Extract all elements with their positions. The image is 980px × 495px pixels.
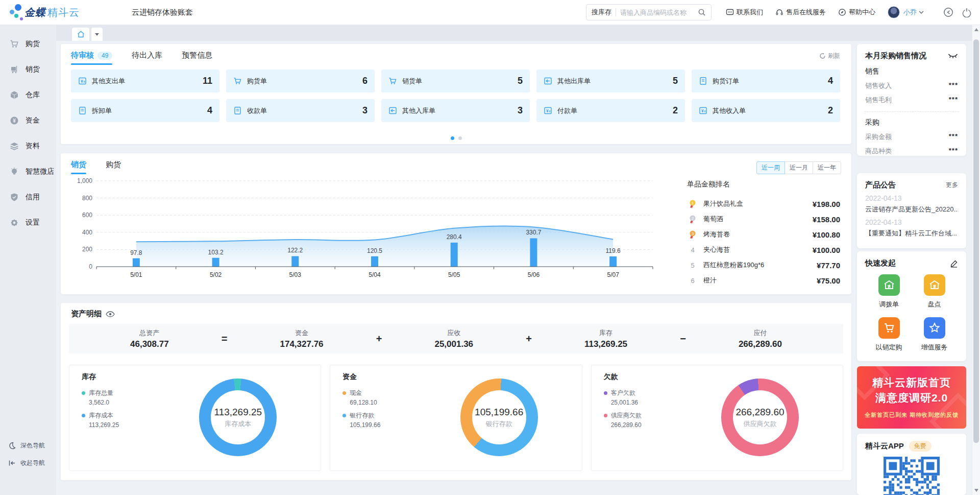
ranking-row[interactable]: 1 果汁饮品礼盒¥198.00 — [687, 196, 840, 211]
ranking-row[interactable]: 2 葡萄酒¥158.00 — [687, 211, 840, 227]
search-scope-label[interactable]: 搜库存 — [592, 8, 611, 17]
scroll-down-arrow[interactable] — [974, 489, 978, 492]
todo-card-purchase-order[interactable]: 购货单6 — [226, 69, 375, 92]
yuan-coin-icon: ¥ — [10, 116, 19, 125]
stocktake-icon — [928, 279, 941, 291]
sidebar-item-data[interactable]: 资料 — [0, 133, 56, 159]
workspace-tabstrip — [56, 25, 980, 41]
brand-logo[interactable]: 金蝶 精斗云 — [9, 4, 96, 21]
tab-purchase[interactable]: 购货 — [106, 160, 121, 174]
chevron-down-icon — [919, 10, 924, 14]
eye-icon[interactable] — [106, 311, 115, 318]
inventory-search[interactable]: 搜库存 — [586, 4, 712, 20]
announcement-item[interactable]: 2022-04-13 云进销存产品更新公告_20220... — [857, 190, 966, 214]
sidebar-item-settings[interactable]: 设置 — [0, 210, 56, 235]
scroll-thumb[interactable] — [973, 39, 979, 443]
debt-donut-chart[interactable]: 266,289.60供应商欠款 — [721, 379, 799, 456]
tab-pending-inout[interactable]: 待出入库 — [132, 51, 162, 65]
range-month[interactable]: 近一月 — [785, 161, 813, 174]
todo-card-purchase-request[interactable]: 购货订单4 — [692, 69, 840, 92]
sidebar-item-credit[interactable]: 信用 — [0, 184, 56, 210]
tab-sales[interactable]: 销货 — [71, 160, 86, 174]
todo-card-other-income[interactable]: 其他收入单2 — [692, 99, 840, 122]
announcement-item[interactable]: 2022-04-13 【重要通知】精斗云工作台域... — [857, 214, 966, 238]
tab-list-dropdown[interactable] — [91, 28, 103, 41]
todo-card-other-inbound[interactable]: 其他入库单3 — [381, 99, 530, 122]
back-circle-icon — [943, 7, 953, 17]
todo-card-receipt[interactable]: 收款单3 — [226, 99, 375, 122]
quick-action-stocktake[interactable]: 盘点 — [912, 274, 957, 309]
ranking-row[interactable]: 4 夹心海苔¥100.00 — [687, 242, 840, 257]
svg-text:103.2: 103.2 — [208, 249, 224, 256]
sidebar-item-smart-store[interactable]: 智慧微店 — [0, 159, 56, 184]
doc-icon — [699, 77, 707, 85]
quick-action-value-added[interactable]: 增值服务 — [912, 317, 957, 352]
carousel-dots — [61, 136, 851, 140]
home-tab[interactable] — [72, 28, 89, 41]
todo-card-sales-order[interactable]: 销货单5 — [381, 69, 530, 92]
pencil-icon[interactable] — [950, 260, 958, 268]
cart-plus-icon — [233, 77, 242, 85]
todo-card-other-expense[interactable]: 其他支出单11 — [71, 69, 219, 92]
svg-text:97.8: 97.8 — [130, 249, 142, 256]
survey-banner[interactable]: 精斗云新版首页 满意度调研2.0 全新首页已到来 期待收到您的反馈 — [857, 366, 966, 429]
todo-cards: 其他支出单11 购货单6 销货单5 其他出库单5 购货订单4 拆卸单4 收款单3… — [61, 65, 851, 122]
carousel-dot-1[interactable] — [451, 136, 454, 140]
collapse-icon — [8, 459, 16, 467]
ranking-row[interactable]: 3 烤海苔卷¥100.80 — [687, 227, 840, 242]
scroll-up-arrow[interactable] — [974, 28, 978, 31]
svg-text:0: 0 — [89, 263, 92, 270]
after-sales-service-link[interactable]: 售后在线服务 — [775, 8, 826, 17]
layers-icon — [10, 142, 19, 151]
funds-donut-chart[interactable]: 105,199.66银行存款 — [460, 379, 538, 456]
sidebar-item-purchase[interactable]: 购货 — [0, 31, 56, 57]
inventory-donut-panel: 库存 库存总量3,562.0 库存成本113,269.25 113,269.25… — [69, 365, 321, 471]
user-menu[interactable]: 小乔 — [888, 6, 924, 18]
dark-nav-toggle[interactable]: 深色导航 — [0, 441, 56, 450]
search-icon[interactable] — [698, 8, 706, 16]
silver-medal-icon: 2 — [687, 215, 698, 224]
todo-card-disassembly[interactable]: 拆卸单4 — [71, 99, 219, 122]
tab-alerts[interactable]: 预警信息 — [182, 51, 212, 65]
sidebar-item-warehouse[interactable]: 仓库 — [0, 82, 56, 108]
ranking-row[interactable]: 6 橙汁¥75.00 — [687, 273, 840, 288]
gear-icon — [10, 218, 19, 227]
contact-us-link[interactable]: 联系我们 — [726, 8, 763, 17]
doc-hash-icon — [78, 106, 87, 115]
collapse-nav-toggle[interactable]: 收起导航 — [0, 459, 56, 467]
search-input[interactable] — [620, 9, 698, 16]
more-link[interactable]: 更多 — [946, 181, 958, 190]
closed-eye-icon[interactable] — [948, 53, 958, 59]
todo-card-other-outbound[interactable]: 其他出库单5 — [536, 69, 685, 92]
quick-action-transfer[interactable]: 调拨单 — [866, 274, 912, 309]
sidebar-item-funds[interactable]: ¥ 资金 — [0, 108, 56, 133]
inventory-donut-chart[interactable]: 113,269.25库存成本 — [199, 379, 277, 456]
carousel-dot-2[interactable] — [458, 136, 462, 140]
back-button[interactable] — [943, 7, 953, 17]
page-scrollbar[interactable] — [972, 25, 980, 495]
caret-down-icon — [95, 33, 99, 36]
logout-button[interactable] — [962, 7, 972, 17]
todo-card-payment[interactable]: 付款单2 — [536, 99, 685, 122]
tab-pending-approval[interactable]: 待审核49 — [71, 51, 112, 65]
range-week[interactable]: 近一周 — [756, 161, 785, 174]
refresh-button[interactable]: 刷新 — [819, 52, 840, 60]
yuan-in-icon — [699, 106, 707, 115]
minus-sign: − — [680, 333, 686, 345]
announcements-panel: 产品公告 更多 2022-04-13 云进销存产品更新公告_20220... 2… — [857, 173, 966, 248]
avatar[interactable] — [888, 6, 900, 18]
product-kinds-row: 商品种类*** — [857, 142, 966, 156]
quick-actions-panel: 快速发起 调拨单 盘点 以销定购 增值服务 — [857, 251, 966, 361]
trend-chart[interactable]: 02004006008001,00097.8103.2122.2120.5280… — [70, 176, 672, 288]
sidebar-item-sales[interactable]: 销货 — [0, 57, 56, 82]
ranking-row[interactable]: 5 西红柿意粉酱190g*6¥77.70 — [687, 257, 840, 273]
eq-total-assets: 总资产46,308.77 — [130, 328, 169, 349]
moon-icon — [8, 442, 16, 450]
range-year[interactable]: 近一年 — [813, 161, 841, 174]
app-panel: 精斗云APP 免费 — [857, 434, 966, 495]
ranking-title: 单品金额排名 — [687, 180, 840, 189]
svg-text:280.4: 280.4 — [447, 233, 462, 241]
quick-action-purchase-by-sales[interactable]: 以销定购 — [866, 317, 912, 352]
svg-text:5/03: 5/03 — [289, 271, 302, 278]
help-center-link[interactable]: 帮助中心 — [838, 8, 875, 17]
